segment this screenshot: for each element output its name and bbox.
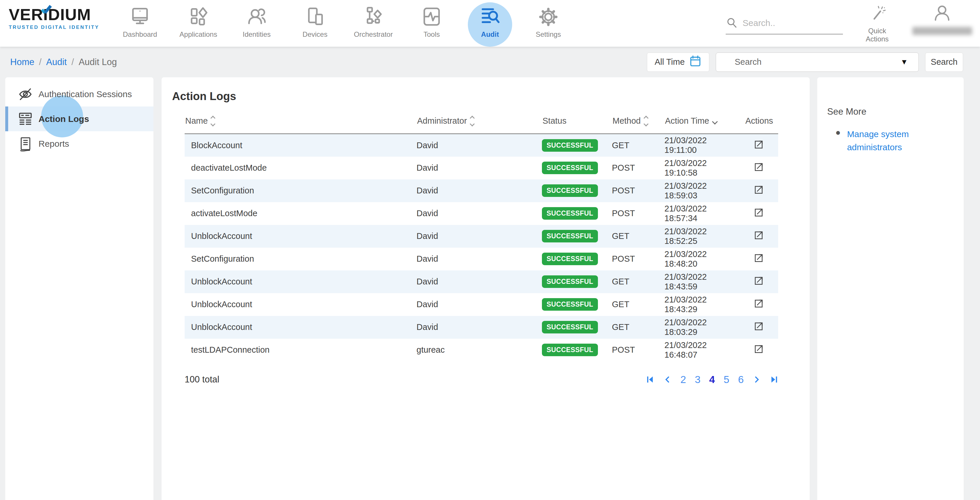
open-log-button[interactable] — [753, 298, 764, 309]
nav-item-label: Orchestrator — [354, 30, 393, 38]
first-page-icon[interactable] — [646, 375, 655, 384]
status-badge: SUCCESSFUL — [542, 185, 598, 197]
cell-status: SUCCESSFUL — [542, 179, 612, 202]
cell-administrator: gtureac — [417, 339, 542, 361]
search-icon — [725, 16, 738, 30]
global-search-input[interactable] — [743, 18, 830, 28]
search-submit-button[interactable]: Search — [925, 53, 963, 72]
table-row: BlockAccountDavidSUCCESSFULGET21/03/2022… — [185, 134, 778, 157]
sidebar-item-label: Action Logs — [38, 114, 89, 124]
cell-method: GET — [612, 293, 664, 316]
column-header-name[interactable]: Name — [185, 110, 417, 134]
open-log-button[interactable] — [753, 229, 764, 240]
last-page-icon[interactable] — [769, 375, 778, 384]
action-logs-table-wrap: NameAdministratorStatusMethodAction Time… — [185, 110, 778, 361]
dashboard-icon — [128, 5, 152, 29]
nav-item-label: Settings — [536, 30, 561, 38]
sort-desc-icon — [713, 116, 717, 126]
user-menu[interactable] — [908, 3, 975, 35]
nav-item-label: Applications — [180, 30, 217, 38]
page-link-2[interactable]: 2 — [681, 374, 686, 385]
search-field-dropdown-value: Search — [735, 57, 762, 67]
status-badge: SUCCESSFUL — [542, 321, 598, 333]
cell-status: SUCCESSFUL — [542, 225, 612, 248]
column-header-method[interactable]: Method — [612, 110, 664, 134]
manage-system-administrators-link[interactable]: Manage system administrators — [847, 127, 924, 154]
cell-action-time: 21/03/2022 18:03:29 — [664, 316, 740, 339]
filter-controls: All Time Search ▼ Search — [647, 53, 963, 72]
sort-icon — [644, 116, 648, 126]
cell-action-time: 21/03/2022 18:52:25 — [664, 225, 740, 248]
column-header-action-time[interactable]: Action Time — [664, 110, 740, 134]
nav-item-dashboard[interactable]: Dashboard — [111, 0, 169, 47]
prev-page-icon[interactable] — [663, 376, 672, 384]
open-log-button[interactable] — [753, 161, 764, 172]
status-badge: SUCCESSFUL — [542, 275, 598, 288]
cell-method: POST — [612, 202, 664, 225]
see-more-list: ● Manage system administrators — [835, 127, 952, 154]
breadcrumb-audit[interactable]: Audit — [46, 57, 67, 67]
cell-name: SetConfiguration — [185, 179, 417, 202]
cell-administrator: David — [417, 202, 542, 225]
open-log-button[interactable] — [753, 139, 764, 150]
cell-name: testLDAPConnection — [185, 339, 417, 361]
user-name-redacted — [912, 27, 972, 35]
breadcrumb-separator: / — [72, 57, 74, 67]
open-log-button[interactable] — [753, 184, 764, 195]
table-row: deactivateLostModeDavidSUCCESSFULPOST21/… — [185, 157, 778, 179]
cell-action-time: 21/03/2022 16:48:07 — [664, 339, 740, 361]
page-link-4[interactable]: 4 — [710, 374, 715, 385]
time-filter-label: All Time — [654, 57, 684, 67]
open-log-button[interactable] — [753, 321, 764, 332]
status-badge: SUCCESSFUL — [542, 344, 598, 356]
sidebar-item-authentication-sessions[interactable]: Authentication Sessions — [5, 82, 153, 107]
time-filter-button[interactable]: All Time — [647, 53, 710, 72]
page-link-5[interactable]: 5 — [724, 374, 729, 385]
nav-item-label: Devices — [302, 30, 327, 38]
see-more-panel: See More ● Manage system administrators — [817, 77, 964, 500]
user-avatar-icon — [932, 20, 953, 25]
nav-item-settings[interactable]: Settings — [519, 0, 578, 47]
page-title: Action Logs — [172, 90, 810, 103]
open-log-button[interactable] — [753, 207, 764, 218]
cell-administrator: David — [417, 316, 542, 339]
sidebar-item-label: Authentication Sessions — [38, 89, 132, 99]
cell-administrator: David — [417, 134, 542, 157]
cell-actions — [740, 248, 778, 271]
cell-administrator: David — [417, 248, 542, 271]
page-link-6[interactable]: 6 — [738, 374, 744, 385]
orchestrator-icon — [362, 5, 385, 29]
total-count-label: 100 total — [185, 374, 220, 385]
sidebar-item-reports[interactable]: Reports — [5, 131, 153, 156]
cell-actions — [740, 157, 778, 179]
column-header-administrator[interactable]: Administrator — [417, 110, 542, 134]
nav-item-label: Tools — [423, 30, 440, 38]
open-log-button[interactable] — [753, 252, 764, 263]
nav-item-applications[interactable]: Applications — [169, 0, 228, 47]
audit-icon — [478, 5, 502, 29]
search-field-dropdown[interactable]: Search ▼ — [716, 53, 919, 72]
column-label: Actions — [745, 116, 773, 126]
cell-actions — [740, 316, 778, 339]
next-page-icon[interactable] — [752, 376, 760, 384]
column-header-actions: Actions — [740, 110, 778, 134]
quick-actions-button[interactable]: Quick Actions — [856, 5, 898, 43]
cell-method: GET — [612, 225, 664, 248]
nav-item-tools[interactable]: Tools — [402, 0, 461, 47]
nav-item-label: Audit — [481, 30, 499, 38]
open-log-button[interactable] — [753, 343, 764, 354]
breadcrumb-home[interactable]: Home — [10, 57, 34, 67]
breadcrumb: Home/Audit/Audit Log — [10, 57, 117, 67]
sort-icon — [211, 116, 215, 126]
cell-name: UnblockAccount — [185, 271, 417, 293]
nav-item-devices[interactable]: Devices — [286, 0, 344, 47]
table-row: activateLostModeDavidSUCCESSFULPOST21/03… — [185, 202, 778, 225]
nav-item-audit[interactable]: Audit — [461, 0, 519, 47]
nav-item-orchestrator[interactable]: Orchestrator — [344, 0, 402, 47]
cell-status: SUCCESSFUL — [542, 271, 612, 293]
veridium-logo[interactable]: VERI DIUM TRUSTED DIGITAL IDENTITY — [9, 6, 119, 30]
status-badge: SUCCESSFUL — [542, 253, 598, 265]
page-link-3[interactable]: 3 — [695, 374, 700, 385]
open-log-button[interactable] — [753, 275, 764, 286]
nav-item-identities[interactable]: Identities — [228, 0, 286, 47]
